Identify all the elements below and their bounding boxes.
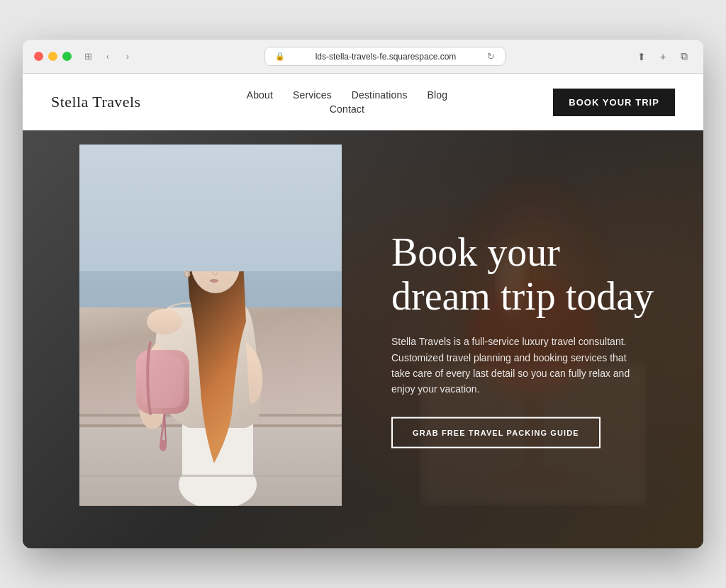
browser-actions: ⬆ + ⧉ (634, 49, 692, 64)
site-logo: Stella Travels (51, 93, 141, 111)
share-button[interactable]: ⬆ (634, 49, 649, 64)
svg-point-25 (184, 271, 190, 277)
add-tab-button[interactable]: + (655, 49, 671, 64)
site-nav: About Services Destinations Blog Contact (247, 89, 447, 115)
nav-link-about[interactable]: About (247, 89, 273, 101)
nav-row-1: About Services Destinations Blog (247, 89, 447, 101)
maximize-button[interactable] (62, 52, 72, 61)
sidebar-toggle-button[interactable]: ⊞ (80, 49, 96, 64)
nav-link-contact[interactable]: Contact (330, 103, 364, 115)
photo-inner (79, 145, 342, 506)
site-content: Stella Travels About Services Destinatio… (23, 74, 703, 548)
svg-point-18 (160, 440, 167, 451)
address-bar-wrap: 🔒 lds-stella-travels-fe.squarespace.com … (144, 47, 625, 66)
forward-button[interactable]: › (120, 49, 135, 64)
address-bar[interactable]: 🔒 lds-stella-travels-fe.squarespace.com … (264, 47, 506, 66)
browser-nav-controls: ⊞ ‹ › (80, 49, 135, 64)
nav-row-2: Contact (330, 103, 364, 115)
photo-railing (79, 475, 342, 477)
cta-button[interactable]: GRAB FREE TRAVEL PACKING GUIDE (391, 417, 601, 448)
photo-sky (79, 145, 342, 271)
nav-link-services[interactable]: Services (293, 89, 332, 101)
url-text: lds-stella-travels-fe.squarespace.com (291, 52, 481, 62)
back-button[interactable]: ‹ (100, 49, 116, 64)
reload-icon[interactable]: ↻ (487, 51, 495, 62)
svg-point-13 (147, 309, 182, 334)
browser-window: ⊞ ‹ › 🔒 lds-stella-travels-fe.squarespac… (23, 40, 703, 548)
hero-description: Stella Travels is a full-service luxury … (391, 334, 632, 397)
traffic-lights (34, 52, 72, 61)
book-trip-button[interactable]: BOOK YOUR TRIP (553, 89, 675, 116)
nav-link-blog[interactable]: Blog (428, 89, 448, 101)
browser-chrome: ⊞ ‹ › 🔒 lds-stella-travels-fe.squarespac… (23, 40, 703, 74)
person-photo (79, 145, 342, 506)
site-header: Stella Travels About Services Destinatio… (23, 74, 703, 130)
hero-text-container: Book your dream trip today Stella Travel… (391, 231, 661, 448)
lock-icon: 🔒 (275, 52, 285, 61)
hero-headline: Book your dream trip today (391, 231, 661, 318)
hero-section: Book your dream trip today Stella Travel… (23, 130, 703, 548)
nav-link-destinations[interactable]: Destinations (352, 89, 408, 101)
tab-manager-button[interactable]: ⧉ (676, 49, 692, 64)
close-button[interactable] (34, 52, 43, 61)
minimize-button[interactable] (48, 52, 57, 61)
